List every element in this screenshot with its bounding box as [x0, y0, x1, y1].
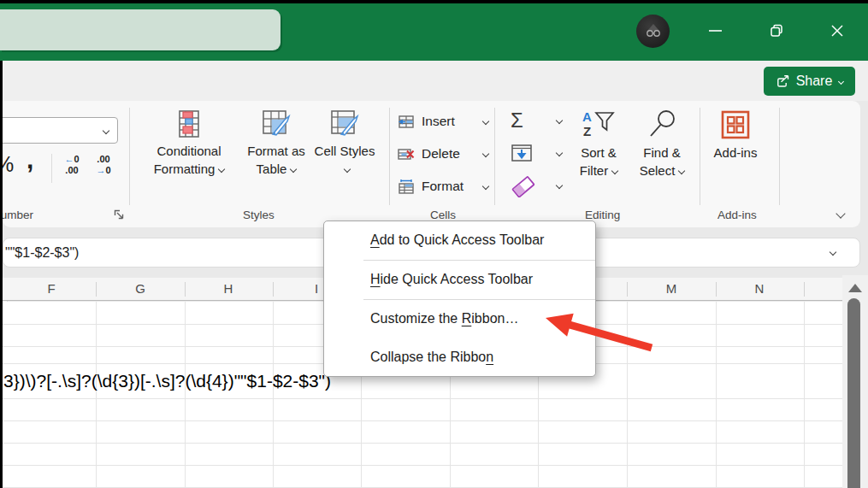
decrease-decimal-button[interactable]: .00 →0 [89, 154, 118, 176]
insert-cells-icon [398, 114, 415, 130]
fill-button[interactable] [511, 142, 564, 164]
comma-style-button[interactable]: , [27, 145, 33, 174]
column-header-n[interactable]: N [755, 281, 765, 296]
header-separator [716, 282, 717, 297]
conditional-formatting-icon [174, 109, 204, 138]
menu-item-collapse-ribbon[interactable]: Collapse the Ribbon [324, 338, 595, 376]
addins-icon [720, 109, 751, 140]
account-avatar[interactable] [636, 15, 670, 48]
combobox-chevron-down-icon [103, 127, 109, 134]
left-arrow-glyph: ← [64, 154, 74, 164]
increase-decimal-button[interactable]: ←0 .00 [57, 154, 86, 176]
delete-cells-button[interactable]: Delete [398, 144, 492, 164]
close-button[interactable] [824, 19, 850, 43]
group-separator [700, 108, 700, 205]
chevron-down-icon [556, 117, 563, 124]
cell-styles-icon [329, 109, 360, 138]
gridline [185, 302, 186, 488]
header-separator [804, 282, 805, 297]
chevron-down-icon [556, 150, 563, 156]
addins-button[interactable]: Add-ins [707, 109, 764, 162]
gridline [96, 302, 97, 488]
right-arrow-glyph: → [96, 165, 105, 175]
chevron-down-icon [482, 183, 489, 190]
group-separator [779, 108, 780, 205]
menu-item-customize-ribbon[interactable]: Customize the Ribbon… [324, 300, 595, 338]
ribbon-panel: % , ←0 .00 .00 →0 Number [3, 101, 860, 227]
format-as-table-icon [261, 109, 292, 138]
scroll-up-arrow-icon[interactable] [848, 284, 862, 292]
share-button[interactable]: Share [764, 67, 855, 96]
delete-cells-icon [398, 146, 415, 162]
minimize-button[interactable] [702, 19, 728, 43]
chevron-down-icon [290, 166, 297, 173]
find-select-icon [645, 109, 679, 140]
share-label: Share [796, 73, 833, 89]
share-icon [776, 74, 790, 88]
expand-formula-bar-chevron-icon[interactable] [830, 249, 836, 256]
titlebar-search-box[interactable] [0, 9, 280, 50]
addins-group-label: Add-ins [717, 209, 757, 221]
gridline [3, 465, 842, 466]
screen-edge-top [0, 0, 868, 3]
gridline [273, 302, 274, 488]
vertical-scrollbar[interactable] [842, 275, 868, 488]
column-header-h[interactable]: H [224, 281, 233, 296]
titlebar [0, 0, 868, 61]
screen-edge-left [0, 61, 3, 488]
menu-item-add-to-qat[interactable]: Add to Quick Access Toolbar [324, 221, 595, 260]
clear-button[interactable] [511, 174, 564, 197]
minimize-icon [709, 29, 722, 32]
sort-filter-button[interactable]: A Z Sort & Filter [570, 109, 627, 179]
chevron-down-icon [678, 168, 685, 174]
autosum-button[interactable]: Σ [511, 109, 564, 132]
gridline [3, 420, 842, 421]
styles-group-label: Styles [243, 209, 275, 221]
eraser-icon [511, 173, 536, 197]
incognito-avatar-icon [642, 21, 664, 43]
insert-cells-button[interactable]: Insert [398, 111, 492, 132]
chevron-down-icon [343, 166, 350, 173]
small-separator [51, 154, 52, 183]
header-separator [185, 282, 186, 297]
chevron-down-icon [611, 168, 618, 174]
chevron-down-icon [218, 166, 225, 173]
fill-down-icon [511, 144, 533, 162]
cell-formula-text: 3})\)?[-.\s]?(\d{3})[-.\s]?(\d{4})""$1-$… [3, 371, 331, 391]
column-header-i[interactable]: I [315, 281, 318, 296]
chevron-down-icon [836, 209, 845, 218]
header-separator [627, 282, 628, 297]
cell-styles-button[interactable]: Cell Styles [312, 109, 377, 178]
svg-text:A: A [582, 109, 592, 124]
restore-icon [770, 24, 783, 38]
gridline [804, 302, 805, 488]
svg-text:Z: Z [583, 124, 591, 138]
restore-button[interactable] [764, 19, 789, 43]
format-as-table-button[interactable]: Format as Table [235, 109, 317, 178]
editing-group-label: Editing [585, 209, 620, 221]
format-cells-button[interactable]: Format [398, 176, 492, 197]
scrollbar-thumb[interactable] [847, 298, 860, 488]
number-group-label: Number [0, 209, 33, 221]
number-dialog-launcher-icon[interactable] [114, 209, 124, 220]
column-header-f[interactable]: F [47, 281, 55, 296]
header-separator [96, 282, 97, 297]
cells-group-label: Cells [430, 209, 456, 221]
formula-text: ""$1-$2-$3") [5, 245, 79, 261]
chevron-down-icon [482, 118, 489, 125]
share-chevron-down-icon [838, 78, 844, 84]
column-header-g[interactable]: G [135, 281, 145, 296]
find-select-button[interactable]: Find & Select [632, 109, 692, 179]
gridline [627, 302, 628, 488]
sigma-icon: Σ [511, 110, 523, 131]
qat-context-menu: Add to Quick Access Toolbar Hide Quick A… [323, 220, 596, 377]
column-header-m[interactable]: M [666, 281, 677, 296]
sort-filter-icon: A Z [581, 109, 617, 140]
header-separator [273, 282, 274, 297]
gridline [3, 443, 842, 444]
ribbon-display-options-button[interactable] [833, 207, 844, 222]
conditional-formatting-button[interactable]: Conditional Formatting [141, 109, 237, 178]
group-separator [494, 108, 495, 205]
number-format-combobox[interactable] [0, 117, 118, 144]
menu-item-hide-qat[interactable]: Hide Quick Access Toolbar [324, 261, 595, 299]
